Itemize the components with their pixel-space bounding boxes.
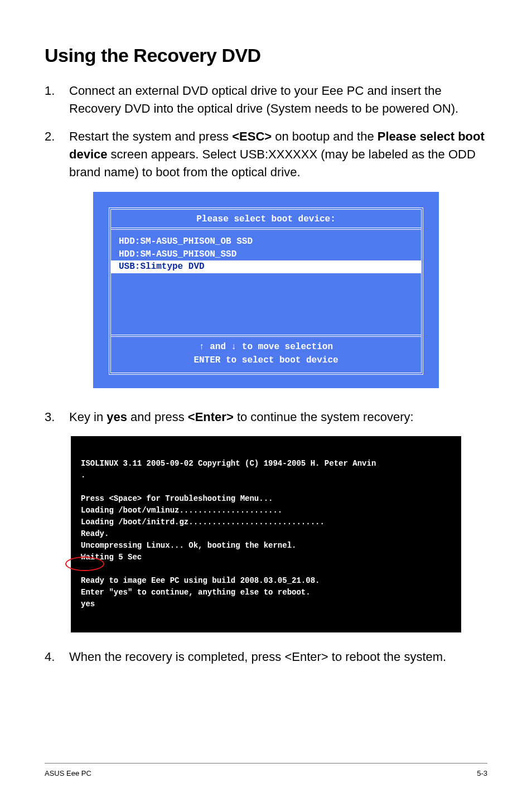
steps-list: 4. When the recovery is completed, press…: [45, 648, 487, 666]
terminal-line: yes: [81, 600, 95, 608]
boot-device-box: Please select boot device: HDD:SM-ASUS_P…: [109, 207, 423, 374]
text-frag: screen appears. Select USB:XXXXXX (may b…: [69, 147, 476, 179]
text-frag: Key in: [69, 410, 107, 424]
terminal-wrap: ISOLINUX 3.11 2005-09-02 Copyright (C) 1…: [71, 436, 461, 632]
text-frag: on bootup and the: [272, 129, 378, 143]
boot-footer-line: ENTER to select boot device: [111, 354, 421, 367]
step-body: Key in yes and press <Enter> to continue…: [69, 408, 487, 426]
boot-device-item: HDD:SM-ASUS_PHISON_SSD: [111, 248, 421, 260]
page-title: Using the Recovery DVD: [45, 45, 487, 66]
text-frag: Restart the system and press: [69, 129, 232, 143]
terminal-line: Enter "yes" to continue, anything else t…: [81, 588, 311, 597]
terminal-line: Loading /boot/vmlinuz...................…: [81, 506, 282, 515]
terminal-line: ISOLINUX 3.11 2005-09-02 Copyright (C) 1…: [81, 459, 376, 468]
terminal-line: .: [81, 471, 85, 480]
terminal-line: Ready.: [81, 529, 109, 538]
step-body: When the recovery is completed, press <E…: [69, 648, 487, 666]
footer-right: 5-3: [477, 769, 487, 777]
key-label: <Enter>: [188, 410, 234, 424]
boot-device-screenshot: Please select boot device: HDD:SM-ASUS_P…: [93, 192, 439, 388]
step-4: 4. When the recovery is completed, press…: [45, 648, 487, 666]
step-3: 3. Key in yes and press <Enter> to conti…: [45, 408, 487, 426]
boot-box-title: Please select boot device:: [111, 210, 421, 230]
steps-list: 1. Connect an external DVD optical drive…: [45, 82, 487, 181]
step-body: Connect an external DVD optical drive to…: [69, 82, 487, 118]
text-frag: to continue the system recovery:: [234, 410, 414, 424]
terminal-line: Waiting 5 Sec: [81, 553, 142, 562]
terminal-line: Loading /boot/initrd.gz.................…: [81, 518, 325, 526]
terminal-screenshot: ISOLINUX 3.11 2005-09-02 Copyright (C) 1…: [71, 436, 461, 632]
terminal-line: Ready to image Eee PC using build 2008.0…: [81, 576, 320, 585]
step-number: 3.: [45, 408, 69, 426]
step-1: 1. Connect an external DVD optical drive…: [45, 82, 487, 118]
step-body: Restart the system and press <ESC> on bo…: [69, 128, 487, 181]
step-number: 4.: [45, 648, 69, 666]
boot-footer-line: ↑ and ↓ to move selection: [111, 340, 421, 354]
terminal-line: Uncompressing Linux... Ok, booting the k…: [81, 541, 296, 550]
boot-box-footer: ↑ and ↓ to move selection ENTER to selec…: [111, 335, 421, 373]
step-number: 1.: [45, 82, 69, 118]
yes-label: yes: [107, 410, 127, 424]
text-frag: and press: [127, 410, 188, 424]
terminal-line: Press <Space> for Troubleshooting Menu..…: [81, 494, 273, 503]
step-2: 2. Restart the system and press <ESC> on…: [45, 128, 487, 181]
key-label: <ESC>: [232, 129, 272, 143]
boot-device-item-selected: USB:Slimtype DVD: [111, 260, 421, 273]
step-number: 2.: [45, 128, 69, 181]
footer-left: ASUS Eee PC: [45, 769, 91, 777]
boot-device-item: HDD:SM-ASUS_PHISON_OB SSD: [111, 235, 421, 248]
page-footer: ASUS Eee PC 5-3: [45, 763, 487, 777]
boot-device-list: HDD:SM-ASUS_PHISON_OB SSD HDD:SM-ASUS_PH…: [111, 230, 421, 334]
steps-list: 3. Key in yes and press <Enter> to conti…: [45, 408, 487, 426]
